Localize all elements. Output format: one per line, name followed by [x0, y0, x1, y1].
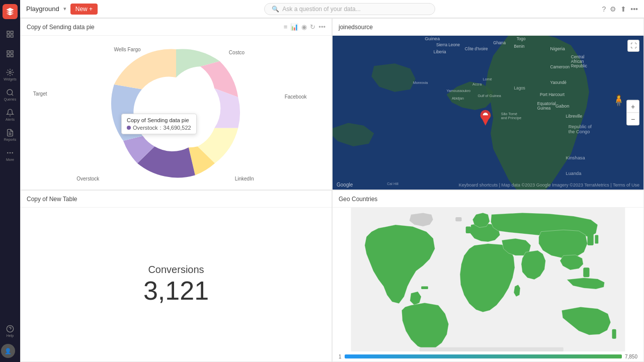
sidebar-help-label: Help	[7, 334, 14, 337]
geo-panel-body: 1 7,850	[333, 208, 643, 361]
svg-rect-2	[7, 35, 10, 37]
sidebar-more-label: More	[6, 158, 14, 161]
svg-rect-3	[11, 35, 13, 37]
svg-text:Côte d'Ivoire: Côte d'Ivoire	[465, 47, 488, 51]
table-panel-body: Conversions 3,121	[21, 208, 332, 361]
svg-text:Accra: Accra	[472, 82, 481, 86]
pie-panel-body: Wells Fargo Costco Facebook LinkedIn Ove…	[21, 36, 332, 190]
geo-legend-bar	[345, 354, 622, 358]
svg-text:Yaoundé: Yaoundé	[550, 80, 567, 85]
table-panel: Copy of New Table Conversions 3,121	[20, 190, 332, 362]
map-fullscreen-button[interactable]: ⛶	[627, 40, 639, 52]
new-button[interactable]: New +	[70, 4, 98, 15]
map-svg: Nigeria Benin Togo Ghana Côte d'Ivoire L…	[333, 36, 643, 190]
table-panel-header: Copy of New Table	[21, 191, 332, 208]
metric-value: 3,121	[143, 276, 209, 306]
sidebar-avatar[interactable]: 👤	[1, 344, 15, 358]
svg-text:Sierra Leone: Sierra Leone	[436, 43, 460, 47]
svg-rect-62	[455, 217, 461, 221]
sidebar-item-home[interactable]	[1, 25, 19, 43]
avatar-initials: 👤	[5, 348, 12, 354]
geo-legend: 1 7,850	[333, 351, 643, 361]
pie-filter-icon[interactable]: ◉	[301, 23, 307, 31]
search-placeholder: Ask a question of your data...	[282, 6, 360, 13]
sidebar-item-help[interactable]: Help	[1, 322, 19, 340]
facebook-label: Facebook	[285, 94, 307, 100]
svg-point-14	[8, 152, 8, 153]
sidebar-item-dashboards[interactable]	[1, 45, 19, 63]
sidebar-queries-label: Queries	[4, 98, 17, 101]
svg-text:Gabon: Gabon	[555, 104, 570, 109]
sidebar-item-reports[interactable]: Reports	[1, 126, 19, 144]
svg-text:Guinea: Guinea	[425, 36, 440, 41]
map-panel-header: joinedsource	[333, 19, 643, 36]
svg-text:Gulf of Guinea: Gulf of Guinea	[477, 94, 501, 98]
map-zoom-out-button[interactable]: −	[627, 113, 639, 125]
help-circle-icon[interactable]: ?	[602, 5, 606, 13]
sidebar-alerts-label: Alerts	[6, 118, 15, 121]
metric-container: Conversions 3,121	[21, 208, 332, 361]
metric-label: Conversions	[148, 264, 204, 276]
svg-text:Cal Hill: Cal Hill	[387, 182, 398, 186]
dashboard-grid: Copy of Sending data pie ≡ 📊 ◉ ↻ ••• Wel…	[20, 18, 644, 362]
map-panel-body: Nigeria Benin Togo Ghana Côte d'Ivoire L…	[333, 36, 643, 190]
sidebar-widgets-label: Widgets	[4, 77, 16, 81]
linkedin-label: LinkedIn	[235, 176, 254, 182]
svg-text:Nigeria: Nigeria	[550, 46, 566, 51]
svg-text:Kinshasa: Kinshasa	[566, 155, 586, 160]
svg-rect-56	[421, 287, 428, 289]
geo-legend-max: 7,850	[625, 354, 637, 359]
svg-text:Republic: Republic	[571, 64, 587, 68]
svg-text:the Congo: the Congo	[569, 129, 590, 134]
geo-panel-header: Geo Countries	[333, 191, 643, 208]
svg-point-9	[7, 89, 13, 95]
topbar: Playground ▾ New + 🔍 Ask a question of y…	[20, 0, 644, 18]
pie-more-icon[interactable]: •••	[318, 23, 326, 31]
svg-rect-4	[7, 51, 10, 53]
map-zoom-in-button[interactable]: +	[627, 101, 639, 113]
topbar-search-area: 🔍 Ask a question of your data...	[102, 3, 598, 15]
svg-rect-59	[595, 235, 598, 243]
topbar-title: Playground	[26, 5, 59, 13]
share-icon[interactable]: ⬆	[620, 5, 626, 13]
svg-point-12	[10, 152, 10, 153]
pie-table-icon[interactable]: ≡	[284, 23, 288, 31]
map-panel-title: joinedsource	[339, 24, 637, 31]
svg-text:Lagos: Lagos	[514, 86, 525, 90]
map-panel: joinedsource	[332, 18, 644, 190]
svg-text:Libreville: Libreville	[566, 114, 583, 119]
sidebar-item-queries[interactable]: Queries	[1, 85, 19, 104]
sidebar-item-widgets[interactable]: Widgets	[1, 65, 19, 83]
pie-refresh-icon[interactable]: ↻	[310, 23, 315, 31]
map-attribution: Keyboard shortcuts | Map data ©2023 Goog…	[459, 183, 639, 188]
sidebar-item-alerts[interactable]: Alerts	[1, 106, 19, 124]
svg-rect-6	[7, 54, 10, 57]
wells-fargo-label: Wells Fargo	[114, 47, 140, 52]
svg-text:Conakry: Conakry	[411, 36, 427, 36]
pie-chart-icon[interactable]: 📊	[290, 23, 298, 31]
segment-target-ring[interactable]	[111, 84, 143, 141]
svg-text:and Príncipe: and Príncipe	[501, 116, 521, 120]
costco-label: Costco	[229, 50, 245, 55]
topbar-chevron-icon[interactable]: ▾	[63, 6, 66, 12]
sidebar-item-more[interactable]: More	[1, 146, 19, 164]
svg-text:Benin: Benin	[514, 44, 525, 49]
svg-text:Lomé: Lomé	[483, 77, 492, 81]
sidebar-reports-label: Reports	[4, 138, 17, 141]
map-container: Nigeria Benin Togo Ghana Côte d'Ivoire L…	[333, 36, 643, 190]
more-options-icon[interactable]: •••	[630, 5, 638, 13]
pie-chart-container: Wells Fargo Costco Facebook LinkedIn Ove…	[21, 36, 332, 190]
pie-panel-actions: ≡ 📊 ◉ ↻ •••	[284, 23, 326, 31]
svg-text:Monrovia: Monrovia	[413, 80, 428, 85]
street-view-icon[interactable]: 🧍	[612, 94, 625, 107]
pie-svg	[106, 42, 247, 183]
sidebar-logo[interactable]	[3, 4, 18, 19]
svg-text:Guinea: Guinea	[537, 106, 551, 111]
svg-rect-63	[420, 347, 564, 351]
search-bar[interactable]: 🔍 Ask a question of your data...	[264, 3, 435, 15]
svg-text:Equatorial: Equatorial	[537, 102, 556, 106]
settings-icon[interactable]: ⚙	[610, 5, 616, 13]
world-map-svg	[333, 208, 643, 351]
svg-text:Cameroon: Cameroon	[550, 65, 570, 69]
svg-rect-5	[11, 51, 13, 53]
